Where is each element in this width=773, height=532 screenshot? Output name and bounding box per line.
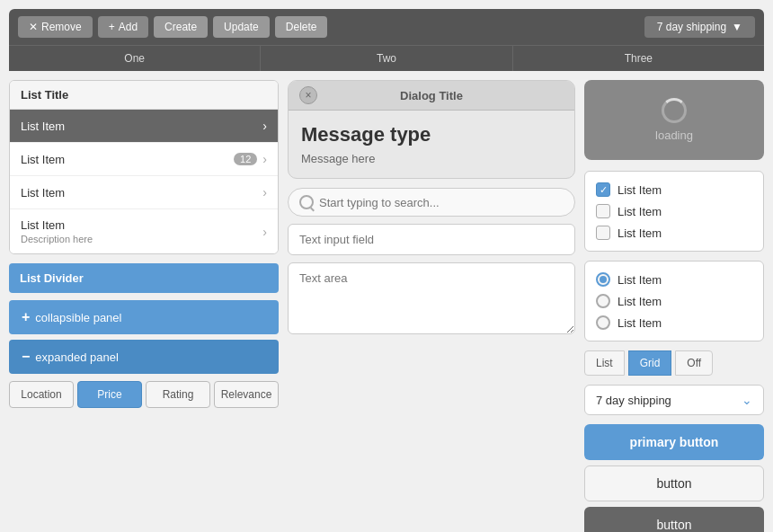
list-panel: List Title List Item › List Item 12 › Li… <box>9 80 279 254</box>
textarea-field[interactable] <box>288 262 575 334</box>
toggle-row: List Grid Off <box>584 350 764 376</box>
list-item-3[interactable]: List Item Description here › <box>10 209 278 253</box>
chevron-down-icon: ⌄ <box>742 393 752 407</box>
chevron-right-icon: › <box>262 225 267 239</box>
list-divider: List Divider <box>9 263 279 293</box>
toggle-list-button[interactable]: List <box>584 350 625 376</box>
checkbox-group: ✓ List Item List Item List Item <box>584 171 764 252</box>
add-label: Add <box>119 21 138 33</box>
checkbox-0[interactable]: ✓ <box>596 182 610 197</box>
list-item-0[interactable]: List Item › <box>10 110 278 143</box>
delete-button[interactable]: Delete <box>275 16 328 38</box>
checkbox-row-0[interactable]: ✓ List Item <box>596 179 752 200</box>
minus-icon: − <box>22 349 30 365</box>
dialog-close-button[interactable]: × <box>299 86 317 104</box>
segment-location[interactable]: Location <box>9 381 74 408</box>
collapsible-panel-label: collapsible panel <box>35 311 121 324</box>
dialog-message-text: Message here <box>301 152 562 165</box>
radio-group: List Item List Item List Item <box>584 261 764 341</box>
radio-row-1[interactable]: List Item <box>596 290 752 312</box>
radio-0[interactable] <box>596 272 610 287</box>
dialog-title: Dialog Title <box>326 89 537 102</box>
segment-price[interactable]: Price <box>77 381 142 408</box>
dialog-header: × Dialog Title <box>289 81 574 111</box>
loading-label: loading <box>655 129 693 142</box>
list-item-1[interactable]: List Item 12 › <box>10 143 278 176</box>
toggle-grid-button[interactable]: Grid <box>628 350 672 376</box>
expanded-panel-label: expanded panel <box>35 350 119 364</box>
segment-rating[interactable]: Rating <box>146 381 210 408</box>
checkbox-1[interactable] <box>596 204 610 218</box>
create-button[interactable]: Create <box>154 16 208 38</box>
toggle-off-button[interactable]: Off <box>675 350 713 376</box>
loading-box: loading <box>584 80 764 160</box>
loading-spinner <box>662 98 687 123</box>
search-input[interactable] <box>319 196 564 209</box>
radio-row-2[interactable]: List Item <box>596 312 752 333</box>
left-column: List Title List Item › List Item 12 › Li… <box>9 80 279 532</box>
expanded-panel[interactable]: − expanded panel <box>9 340 279 374</box>
default-button[interactable]: button <box>584 466 764 501</box>
dialog-box: × Dialog Title Message type Message here <box>288 80 575 179</box>
chevron-right-icon: › <box>262 119 267 133</box>
add-button[interactable]: + Add <box>98 16 148 38</box>
dialog-message-type: Message type <box>301 123 562 146</box>
remove-label: Remove <box>41 21 82 33</box>
chevron-down-icon: ▼ <box>732 21 742 33</box>
list-title: List Title <box>10 81 278 110</box>
search-bar[interactable] <box>288 188 575 217</box>
checkbox-row-2[interactable]: List Item <box>596 222 752 244</box>
plus-icon: + <box>22 309 30 325</box>
radio-1[interactable] <box>596 294 610 308</box>
dropdown-shipping[interactable]: 7 day shipping ⌄ <box>584 385 764 415</box>
tab-three[interactable]: Three <box>513 46 764 71</box>
shipping-label: 7 day shipping <box>657 21 726 33</box>
middle-column: × Dialog Title Message type Message here <box>288 80 575 532</box>
chevron-right-icon: › <box>262 152 267 166</box>
primary-button[interactable]: primary button <box>584 424 764 460</box>
collapsible-panel[interactable]: + collapsible panel <box>9 300 279 334</box>
x-icon: ✕ <box>29 21 38 33</box>
dark-button[interactable]: button <box>584 507 764 532</box>
segment-control: Location Price Rating Relevance <box>9 381 279 408</box>
right-column: loading ✓ List Item List Item List Item <box>584 80 764 532</box>
radio-2[interactable] <box>596 315 610 330</box>
chevron-right-icon: › <box>262 185 267 200</box>
plus-icon: + <box>109 21 115 33</box>
dropdown-label: 7 day shipping <box>596 394 671 407</box>
update-label: Update <box>224 21 259 33</box>
dialog-body: Message type Message here <box>289 111 574 178</box>
checkbox-2[interactable] <box>596 226 610 240</box>
list-item-2[interactable]: List Item › <box>10 176 278 209</box>
toolbar: ✕ Remove + Add Create Update Delete 7 da… <box>9 9 764 45</box>
tab-two[interactable]: Two <box>261 46 512 71</box>
shipping-dropdown-button[interactable]: 7 day shipping ▼ <box>644 16 755 38</box>
checkbox-row-1[interactable]: List Item <box>596 200 752 222</box>
update-button[interactable]: Update <box>213 16 270 38</box>
top-tab-bar: One Two Three <box>9 45 764 71</box>
search-icon <box>299 195 314 209</box>
radio-row-0[interactable]: List Item <box>596 269 752 290</box>
segment-relevance[interactable]: Relevance <box>214 381 279 408</box>
remove-button[interactable]: ✕ Remove <box>18 16 93 38</box>
tab-one[interactable]: One <box>9 46 261 71</box>
text-input-field[interactable] <box>288 224 575 255</box>
delete-label: Delete <box>286 21 317 33</box>
main-content: List Title List Item › List Item 12 › Li… <box>9 80 764 532</box>
create-label: Create <box>164 21 197 33</box>
